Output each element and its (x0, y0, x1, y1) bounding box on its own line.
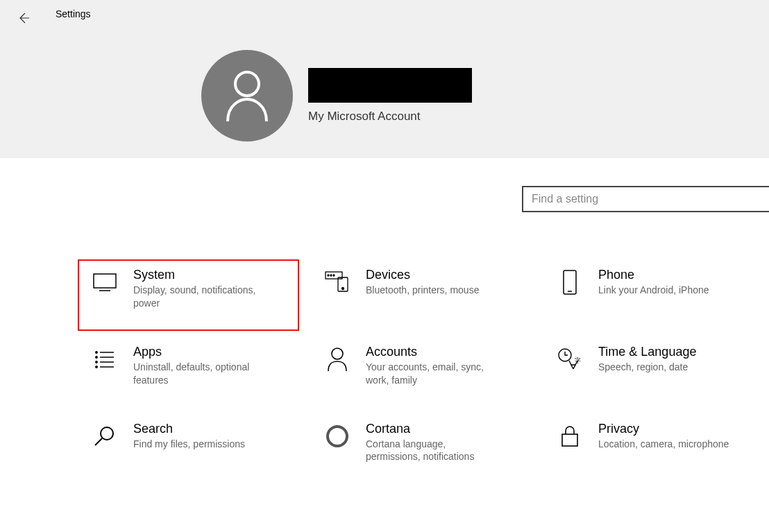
svg-rect-8 (564, 271, 576, 294)
username-redacted (308, 68, 472, 103)
tile-title: Accounts (366, 345, 526, 359)
svg-point-12 (96, 366, 97, 368)
tile-sub: Cortana language, permissions, notificat… (366, 438, 498, 464)
accounts-icon (324, 346, 350, 372)
tile-sub: Uninstall, defaults, optional features (133, 361, 265, 387)
tile-title: Phone (598, 268, 759, 282)
svg-point-9 (96, 352, 97, 353)
tile-accounts[interactable]: Accounts Your accounts, email, sync, wor… (320, 341, 530, 391)
svg-point-3 (328, 275, 329, 276)
svg-text:字: 字 (575, 357, 581, 364)
tile-search[interactable]: Search Find my files, permissions (87, 418, 298, 468)
svg-point-16 (101, 427, 113, 440)
svg-point-11 (96, 361, 97, 363)
time-language-icon: 字 (557, 346, 583, 372)
search-input[interactable] (522, 186, 769, 212)
tile-title: Time & Language (598, 345, 759, 359)
profile-section: My Microsoft Account (201, 50, 421, 141)
person-icon (223, 69, 271, 123)
tile-apps[interactable]: Apps Uninstall, defaults, optional featu… (87, 341, 298, 391)
tile-sub: Location, camera, microphone (598, 438, 730, 451)
tile-sub: Your accounts, email, sync, work, family (366, 361, 498, 387)
account-link[interactable]: My Microsoft Account (308, 110, 421, 123)
tile-title: System (133, 268, 294, 282)
tile-time-language[interactable]: 字 Time & Language Speech, region, date (552, 341, 763, 391)
tile-phone[interactable]: Phone Link your Android, iPhone (552, 264, 763, 314)
apps-icon (92, 346, 118, 372)
back-button[interactable] (14, 8, 33, 28)
tile-system[interactable]: System Display, sound, notifications, po… (78, 259, 299, 331)
tile-title: Cortana (366, 422, 526, 436)
header-panel: Settings My Microsoft Account (0, 0, 769, 158)
svg-point-5 (333, 275, 335, 276)
svg-point-0 (235, 72, 259, 96)
tile-devices[interactable]: Devices Bluetooth, printers, mouse (320, 264, 530, 314)
tile-title: Apps (133, 345, 294, 359)
svg-point-13 (332, 348, 343, 359)
svg-point-4 (330, 275, 332, 276)
devices-icon (324, 269, 350, 295)
svg-point-10 (96, 357, 97, 358)
cortana-icon (324, 423, 350, 449)
system-icon (92, 269, 118, 295)
search-icon (92, 423, 118, 449)
svg-point-7 (342, 288, 344, 290)
tile-sub: Link your Android, iPhone (598, 284, 730, 297)
search-container (522, 186, 769, 212)
tile-sub: Display, sound, notifications, power (133, 284, 265, 310)
privacy-icon (557, 423, 583, 449)
profile-text: My Microsoft Account (308, 68, 421, 123)
tile-title: Search (133, 422, 294, 436)
svg-rect-1 (94, 274, 116, 288)
avatar[interactable] (201, 50, 293, 141)
arrow-left-icon (17, 11, 31, 25)
window-title: Settings (56, 8, 91, 19)
svg-point-17 (328, 427, 347, 446)
tile-sub: Bluetooth, printers, mouse (366, 284, 498, 297)
settings-tiles: System Display, sound, notifications, po… (87, 264, 761, 467)
tile-cortana[interactable]: Cortana Cortana language, permissions, n… (320, 418, 530, 468)
tile-sub: Find my files, permissions (133, 438, 265, 451)
tile-privacy[interactable]: Privacy Location, camera, microphone (552, 418, 763, 468)
phone-icon (557, 269, 583, 295)
tile-sub: Speech, region, date (598, 361, 730, 374)
tile-title: Devices (366, 268, 526, 282)
svg-rect-18 (562, 434, 577, 446)
tile-title: Privacy (598, 422, 759, 436)
